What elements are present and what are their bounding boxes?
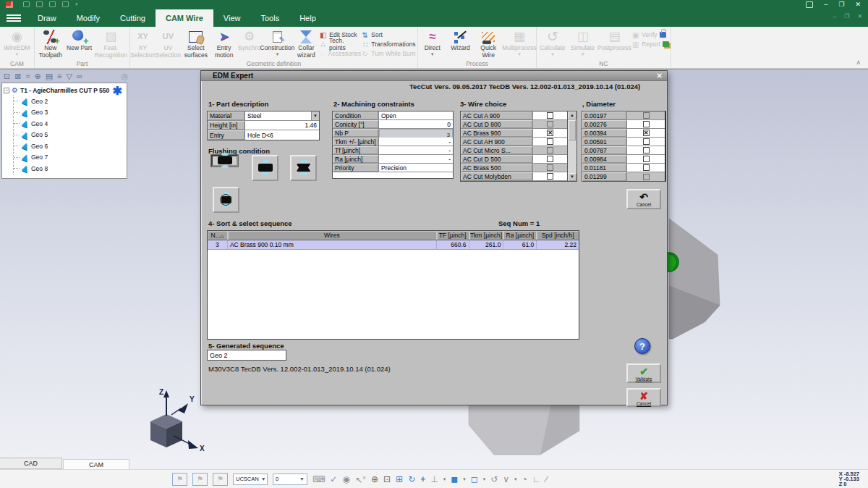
- wire-list-scrollbar[interactable]: [567, 112, 576, 181]
- select-surfaces-button[interactable]: Select surfaces: [181, 28, 211, 59]
- wizard-button[interactable]: Wizard: [447, 28, 475, 59]
- filter-icon[interactable]: [67, 72, 72, 80]
- snap-flag-1-button[interactable]: [172, 473, 187, 486]
- pan-icon[interactable]: [420, 474, 425, 484]
- diameter-checkbox[interactable]: [643, 138, 650, 145]
- menu-tab-cutting[interactable]: Cutting: [110, 9, 156, 27]
- scroll-down-icon[interactable]: [568, 173, 576, 181]
- wire-checkbox[interactable]: [547, 147, 553, 153]
- undo-icon[interactable]: [62, 1, 69, 7]
- confirm-icon[interactable]: [330, 474, 337, 484]
- generated-sequence-input[interactable]: Geo 2: [207, 350, 286, 361]
- minimize-button[interactable]: [824, 1, 827, 9]
- tree-item-geo3[interactable]: Geo 3: [14, 107, 125, 119]
- zoom-window-icon[interactable]: [383, 474, 391, 484]
- flushing-option-4-button[interactable]: [213, 187, 239, 213]
- report-badge-icon[interactable]: [663, 41, 669, 47]
- diameter-checkbox[interactable]: [643, 112, 650, 119]
- measure-corner-icon[interactable]: [532, 474, 541, 484]
- child-close-icon[interactable]: [857, 13, 862, 20]
- help-button[interactable]: ?: [634, 338, 650, 354]
- wire-checkbox[interactable]: [547, 156, 553, 162]
- wire-row[interactable]: AC Cut Micro S...: [461, 146, 567, 155]
- tree-item-geo2[interactable]: Geo 2: [14, 96, 125, 107]
- construction-button[interactable]: Construction: [261, 28, 293, 59]
- flushing-option-1-button[interactable]: [211, 155, 238, 167]
- shaded-view-icon[interactable]: [451, 474, 458, 484]
- diameter-checkbox[interactable]: [643, 130, 650, 136]
- diameter-row[interactable]: 0.00591: [582, 138, 665, 146]
- tree-root-machine[interactable]: T1 - AgieCharmilles CUT P 550: [4, 85, 125, 96]
- wire-checkbox[interactable]: [547, 173, 553, 180]
- col-n[interactable]: N...△: [208, 231, 228, 240]
- collar-wizard-button[interactable]: Collar wizard: [293, 28, 319, 59]
- report-list-icon[interactable]: [46, 72, 53, 80]
- undo-selection-button[interactable]: Cancel: [626, 189, 661, 209]
- col-wires[interactable]: Wires: [228, 231, 437, 240]
- menu-tab-draw[interactable]: Draw: [27, 9, 67, 27]
- save-icon[interactable]: [49, 1, 56, 7]
- quick-access-caret-icon[interactable]: [75, 1, 78, 7]
- fit-view-icon[interactable]: [396, 474, 403, 484]
- menu-tab-view[interactable]: View: [213, 9, 251, 27]
- snap-flag-2-button[interactable]: [192, 473, 208, 486]
- col-spd[interactable]: Spd [inch/h]: [537, 231, 579, 240]
- validate-button[interactable]: Validate: [626, 363, 661, 383]
- condition-value[interactable]: Open: [379, 112, 453, 119]
- cancel-button[interactable]: Cancel: [626, 388, 661, 407]
- ra-value[interactable]: -: [379, 155, 453, 163]
- transformations-button[interactable]: Transformations: [361, 40, 417, 49]
- machine-setup-icon[interactable]: [34, 72, 41, 80]
- tree-item-geo4[interactable]: Geo 4: [14, 118, 125, 130]
- diameter-row[interactable]: 0.00787: [582, 146, 665, 155]
- tree-item-geo6[interactable]: Geo 6: [14, 140, 125, 152]
- diameter-row[interactable]: 0.00984: [582, 155, 665, 164]
- col-tf[interactable]: TF [µinch]: [437, 231, 469, 240]
- diameter-row[interactable]: 0.01181: [582, 164, 665, 172]
- close-button[interactable]: [855, 1, 861, 9]
- new-part-button[interactable]: New Part: [67, 28, 93, 59]
- zoom-in-icon[interactable]: [371, 474, 378, 484]
- dialog-close-icon[interactable]: [657, 72, 663, 80]
- conicity-value[interactable]: 0: [379, 120, 453, 128]
- tab-cam[interactable]: CAM: [63, 459, 129, 470]
- flushing-option-2-button[interactable]: [252, 155, 278, 181]
- snap-flag-3-button[interactable]: [213, 473, 228, 486]
- menu-tab-modify[interactable]: Modify: [67, 9, 110, 27]
- wire-row[interactable]: AC Cut D 800: [461, 120, 567, 129]
- keyboard-input-icon[interactable]: [312, 474, 325, 484]
- diameter-row[interactable]: 0.00276: [582, 120, 665, 129]
- diameter-row[interactable]: 0.00197: [582, 112, 665, 120]
- stock-layers-icon[interactable]: [57, 72, 61, 80]
- stop-icon[interactable]: [342, 474, 349, 484]
- new-file-icon[interactable]: [23, 1, 30, 7]
- chevron-down-icon[interactable]: [463, 477, 466, 481]
- wire-checkbox[interactable]: [547, 130, 553, 136]
- child-minimize-icon[interactable]: [833, 13, 836, 20]
- child-restore-icon[interactable]: [844, 13, 849, 20]
- diameter-checkbox[interactable]: [643, 121, 650, 127]
- direct-button[interactable]: Direct: [418, 28, 447, 59]
- entry-motion-button[interactable]: Entry motion: [211, 28, 237, 59]
- link-icon[interactable]: [77, 72, 82, 80]
- chevron-down-icon[interactable]: [483, 477, 486, 481]
- diameter-row[interactable]: 0.00394: [582, 129, 665, 138]
- scroll-up-icon[interactable]: [568, 112, 576, 119]
- wire-checkbox[interactable]: [547, 138, 553, 145]
- new-toolpath-button[interactable]: New Toolpath: [35, 28, 67, 59]
- entry-value[interactable]: Hole D<6: [245, 130, 319, 140]
- tf-value[interactable]: -: [379, 146, 453, 154]
- pin-panel-icon[interactable]: [121, 72, 128, 80]
- hamburger-menu-icon[interactable]: [0, 9, 27, 27]
- wireframe-view-icon[interactable]: [471, 474, 478, 484]
- height-value[interactable]: 1.46: [245, 121, 319, 130]
- t-cad[interactable]: CAD: [0, 458, 62, 469]
- restore-button[interactable]: [838, 1, 844, 9]
- priority-value[interactable]: Precision: [379, 164, 453, 172]
- flushing-option-3-button[interactable]: [290, 155, 317, 181]
- wire-row[interactable]: AC Cut A 900: [461, 112, 567, 120]
- tkm-value[interactable]: -: [379, 138, 453, 146]
- rotate-view-icon[interactable]: [408, 474, 415, 484]
- material-value[interactable]: Steel: [245, 112, 311, 120]
- sort-button[interactable]: Sort: [361, 30, 417, 39]
